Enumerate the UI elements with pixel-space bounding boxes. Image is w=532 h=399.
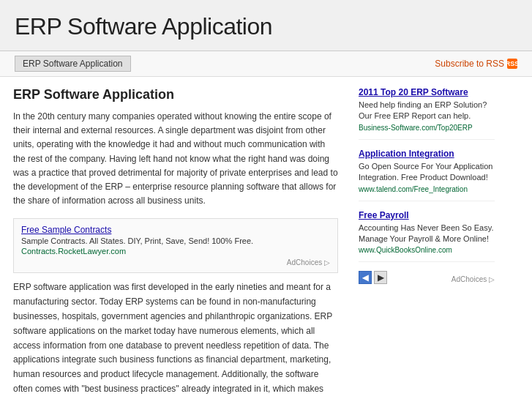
sidebar-ad-1: 2011 Top 20 ERP Software Need help findi… — [359, 87, 495, 140]
main-content: ERP Software Application In the 20th cen… — [0, 77, 532, 399]
site-title: ERP Software Application — [15, 13, 517, 40]
ad-link-free-contracts[interactable]: Free Sample Contracts — [21, 225, 330, 235]
rss-subscribe-link[interactable]: Subscribe to RSS RSS — [435, 59, 517, 69]
sidebar-ad-text-3: Accounting Has Never Been So Easy. Manag… — [359, 223, 495, 245]
sidebar-ad-text-1: Need help finding an ERP Solution? Our F… — [359, 100, 495, 122]
nav-tab-erp[interactable]: ERP Software Application — [15, 56, 131, 72]
sidebar-next-button[interactable]: ▶ — [374, 271, 387, 284]
navigation-bar: ERP Software Application Subscribe to RS… — [0, 51, 532, 77]
article-intro: In the 20th century many companies opera… — [13, 110, 338, 208]
rss-icon: RSS — [507, 59, 517, 69]
ad-block-free-contracts: Free Sample Contracts Sample Contracts. … — [13, 218, 338, 273]
sidebar: 2011 Top 20 ERP Software Need help findi… — [351, 77, 505, 399]
article-area: ERP Software Application In the 20th cen… — [0, 77, 351, 399]
rss-label: Subscribe to RSS — [435, 59, 504, 69]
ad-url-free-contracts: Contracts.RocketLawyer.com — [21, 247, 330, 256]
sidebar-ad-3: Free Payroll Accounting Has Never Been S… — [359, 210, 495, 263]
page-header: ERP Software Application — [0, 0, 532, 51]
adchoices-label-1[interactable]: AdChoices ▷ — [21, 258, 330, 266]
sidebar-nav-row: ◀ ▶ AdChoices ▷ — [359, 271, 495, 287]
sidebar-ad-link-3[interactable]: Free Payroll — [359, 210, 495, 220]
sidebar-nav-buttons: ◀ ▶ — [359, 271, 387, 284]
sidebar-ad-link-1[interactable]: 2011 Top 20 ERP Software — [359, 87, 495, 97]
sidebar-ad-2: Application Integration Go Open Source F… — [359, 149, 495, 201]
ad-text-free-contracts: Sample Contracts. All States. DIY, Print… — [21, 236, 330, 245]
sidebar-ad-url-1: Business-Software.com/Top20ERP — [359, 124, 495, 132]
adchoices-sidebar-label[interactable]: AdChoices ▷ — [452, 275, 495, 283]
article-body: ERP software application was first devel… — [13, 280, 338, 399]
sidebar-ad-url-3: www.QuickBooksOnline.com — [359, 246, 495, 254]
sidebar-ad-link-2[interactable]: Application Integration — [359, 149, 495, 159]
sidebar-ad-text-2: Go Open Source For Your Application Inte… — [359, 161, 495, 184]
article-title: ERP Software Application — [13, 87, 338, 102]
sidebar-ad-url-2: www.talend.com/Free_Integration — [359, 185, 495, 193]
sidebar-prev-button[interactable]: ◀ — [359, 271, 372, 284]
